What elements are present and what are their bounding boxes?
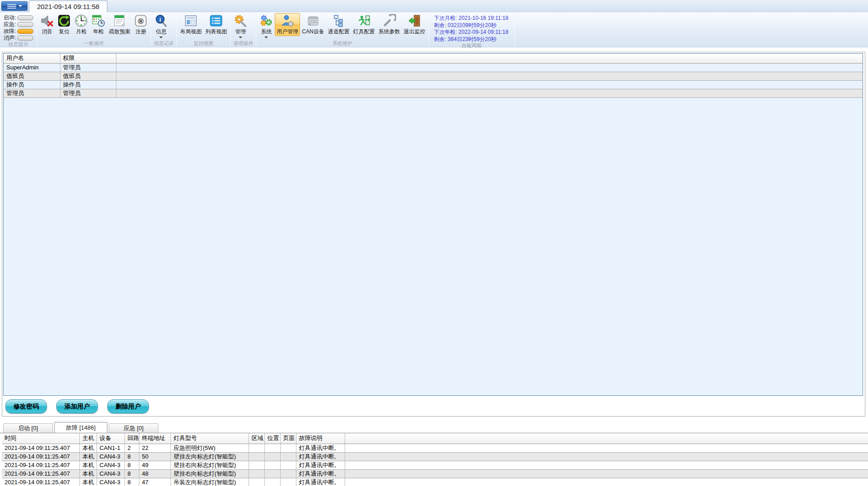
next-monthly-check: 下次月检: 2021-10-16 19:11:18: [434, 15, 508, 22]
annual-remaining: 剩余: 364日23时59分20秒: [434, 36, 508, 43]
column-header-username[interactable]: 用户名: [4, 54, 60, 63]
table-cell: 8: [125, 469, 139, 478]
system-icon: [259, 14, 273, 28]
monthly-check-button[interactable]: 月检: [73, 13, 90, 36]
change-password-button[interactable]: 修改密码: [5, 399, 47, 413]
user-table-header-row: 用户名 权限: [4, 54, 863, 63]
button-label: CAN设备: [302, 28, 324, 36]
table-row[interactable]: 2021-09-14 09:11:25.407本机CAN4-3850壁挂左向标志…: [2, 452, 868, 461]
mute-button[interactable]: 消音: [38, 13, 55, 36]
user-table: 用户名 权限 SuperAdmin管理员值班员值班员操作员操作员管理员管理员: [4, 54, 863, 98]
evacuation-plan-button[interactable]: 疏散预案: [107, 13, 132, 36]
column-header-host[interactable]: 主机: [79, 433, 97, 444]
table-row[interactable]: 2021-09-14 09:11:25.407本机CAN4-3848壁挂右向标志…: [2, 469, 868, 478]
column-header-loop[interactable]: 回路: [125, 433, 139, 444]
table-cell: 2: [125, 444, 139, 452]
delete-user-button[interactable]: 删除用户: [107, 399, 149, 413]
tab-emergency-log[interactable]: 应急 [0]: [109, 423, 158, 433]
button-label: 信息: [156, 28, 166, 36]
table-row[interactable]: 管理员管理员: [4, 89, 863, 97]
button-label: 列表视图: [205, 28, 227, 36]
table-cell: 2021-09-14 09:11:25.407: [2, 478, 79, 486]
list-view-button[interactable]: 列表视图: [203, 13, 229, 36]
table-cell: 管理员: [4, 89, 60, 97]
button-label: 通道配置: [328, 28, 350, 36]
table-row[interactable]: SuperAdmin管理员: [4, 63, 863, 72]
button-label: 用户管理: [277, 28, 298, 36]
system-params-button[interactable]: 系统参数: [377, 13, 402, 36]
group-label-maintain: 系统维护: [256, 41, 428, 47]
table-cell: [249, 461, 264, 469]
column-header-page[interactable]: 页面: [280, 433, 296, 444]
button-label: 退出监控: [404, 28, 425, 36]
annual-check-button[interactable]: 年检: [90, 13, 107, 36]
info-button[interactable]: i 信息: [152, 13, 170, 39]
column-header-fault-description[interactable]: 故障说明: [296, 433, 345, 444]
table-cell: [249, 444, 264, 452]
table-cell: 8: [125, 478, 139, 486]
button-label: 系统参数: [379, 28, 400, 36]
user-manage-button[interactable]: 用户管理: [275, 13, 300, 36]
column-header-device[interactable]: 设备: [97, 433, 125, 444]
table-cell: [280, 461, 296, 469]
table-row[interactable]: 2021-09-14 09:11:25.407本机CAN4-3849壁挂右向标志…: [2, 461, 868, 469]
table-cell: 灯具通讯中断。: [296, 461, 345, 469]
can-device-button[interactable]: CAN设备: [300, 13, 326, 36]
selfcheck-panel: 下次月检: 2021-10-16 19:11:18 剩余: 032日09时59分…: [430, 13, 513, 43]
button-label: 复位: [59, 28, 69, 36]
table-cell: [116, 63, 863, 72]
table-cell: 2021-09-14 09:11:25.407: [2, 444, 79, 452]
datetime-tab[interactable]: 2021-09-14 09:11:58: [29, 0, 107, 12]
tab-fault-log[interactable]: 故障 [1486]: [54, 422, 107, 433]
manage-icon: [234, 14, 247, 28]
reset-button[interactable]: 复位: [55, 13, 73, 36]
table-cell: CAN4-3: [97, 478, 125, 486]
button-label: 年检: [93, 28, 104, 36]
ribbon: 启动: 应急: 故障: 消声: 状态提示: [0, 12, 868, 47]
table-cell: [345, 444, 868, 452]
column-header-location[interactable]: 位置: [264, 433, 280, 444]
column-header-permission[interactable]: 权限: [60, 54, 116, 63]
manage-button[interactable]: 管理: [232, 13, 249, 39]
table-cell: 壁挂右向标志灯(智能型): [171, 469, 249, 478]
table-cell: [345, 461, 868, 469]
tab-start-log[interactable]: 启动 [0]: [3, 423, 53, 433]
monthly-remaining: 剩余: 032日09时59分20秒: [434, 22, 508, 29]
system-button[interactable]: 系统: [258, 13, 275, 39]
evacuation-plan-icon: [113, 14, 126, 28]
button-label: 系统: [261, 28, 272, 36]
user-management-panel: 用户名 权限 SuperAdmin管理员值班员值班员操作员操作员管理员管理员 修…: [2, 52, 865, 417]
group-label-general: 一般操作: [37, 41, 151, 47]
ribbon-group-general: 消音 复位 月检: [37, 12, 151, 47]
table-row[interactable]: 操作员操作员: [4, 80, 863, 89]
exit-monitor-button[interactable]: 退出监控: [402, 13, 427, 36]
table-cell: [345, 478, 868, 486]
group-label-status: 状态提示: [0, 41, 37, 47]
menu-icon: [7, 4, 16, 9]
table-cell: 壁挂右向标志灯(智能型): [171, 461, 249, 469]
lamp-config-button[interactable]: 灯具配置: [351, 13, 377, 36]
column-header-terminal-address[interactable]: 终端地址: [139, 433, 171, 444]
table-row[interactable]: 2021-09-14 09:11:25.407本机CAN4-3847吊装左向标志…: [2, 478, 868, 486]
table-cell: 8: [125, 461, 139, 469]
channel-config-button[interactable]: 通道配置: [326, 13, 351, 36]
table-cell: 管理员: [60, 63, 116, 72]
annual-check-icon: [92, 14, 105, 28]
fault-table: 时间 主机 设备 回路 终端地址 灯具型号 区域 位置 页面 故障说明 2021…: [2, 433, 868, 486]
ribbon-group-manage: 管理 管理操作: [231, 12, 256, 47]
add-user-button[interactable]: 添加用户: [56, 399, 98, 413]
button-label: 疏散预案: [109, 28, 130, 36]
register-button[interactable]: ® 注册: [132, 13, 149, 36]
application-menu-button[interactable]: [1, 1, 28, 11]
button-label: 消音: [42, 28, 52, 36]
column-header-zone[interactable]: 区域: [249, 433, 264, 444]
column-header-lamp-model[interactable]: 灯具型号: [171, 433, 249, 444]
table-row[interactable]: 2021-09-14 09:11:25.407本机CAN1-1222应急照明灯(…: [2, 444, 868, 452]
register-icon: ®: [134, 14, 148, 28]
table-row[interactable]: 值班员值班员: [4, 72, 863, 80]
table-cell: [116, 89, 863, 97]
table-cell: [249, 478, 264, 486]
layout-view-button[interactable]: 布局视图: [178, 13, 203, 36]
column-header-time[interactable]: 时间: [2, 433, 79, 444]
svg-text:i: i: [160, 16, 162, 23]
